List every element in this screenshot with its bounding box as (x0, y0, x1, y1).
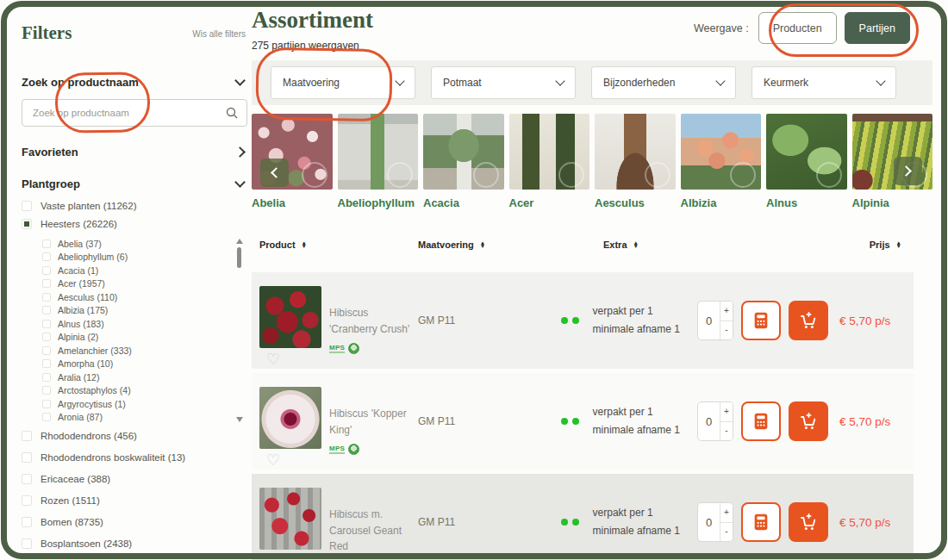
carousel-next-button[interactable] (894, 157, 922, 185)
quantity-decrease-button[interactable]: - (720, 523, 733, 542)
plantgroup-item[interactable]: Rozen (1511) (22, 494, 247, 507)
plantgroup-child-item[interactable]: Acacia (1) (42, 264, 228, 277)
checkbox[interactable] (42, 400, 51, 408)
checkbox[interactable] (22, 201, 32, 211)
plantgroup-item-label: Vaste planten (41, 201, 100, 211)
filter-dropdown[interactable]: Maatvoering (271, 66, 415, 99)
add-to-cart-button[interactable] (789, 301, 828, 340)
plantgroup-item[interactable]: Rhododendrons boskwaliteit (13) (22, 451, 247, 464)
plantgroup-child-item[interactable]: Alpinia (2) (42, 331, 228, 345)
checkbox[interactable] (42, 306, 51, 314)
plantgroup-child-item[interactable]: Amorpha (10) (42, 358, 228, 371)
chevron-down-icon (234, 75, 246, 86)
availability-indicator (561, 317, 579, 324)
filter-dropdown[interactable]: Keurmerk (752, 66, 896, 99)
filter-dropdown[interactable]: Potmaat (431, 66, 576, 99)
category-thumb[interactable]: Albizia (681, 114, 762, 209)
view-partijen-button[interactable]: Partijen (845, 12, 910, 44)
quantity-stepper[interactable]: 0 + - (697, 301, 733, 340)
plantgroup-child-item[interactable]: Arctostaphylos (4) (42, 384, 228, 398)
plantgroup-item-heesters[interactable]: Heesters (26226) (22, 219, 247, 229)
calculator-button[interactable] (741, 401, 781, 441)
calculator-button[interactable] (741, 502, 781, 542)
checkbox-partial[interactable] (22, 219, 32, 229)
category-thumb[interactable]: Acacia (423, 114, 504, 209)
category-thumb[interactable]: Acer (509, 114, 590, 209)
plantgroup-child-item[interactable]: Argyrocytisus (1) (42, 397, 228, 411)
view-producten-button[interactable]: Producten (758, 12, 837, 44)
checkbox[interactable] (22, 474, 32, 484)
checkbox[interactable] (42, 346, 51, 355)
quantity-increase-button[interactable]: + (720, 402, 733, 422)
chevron-right-icon (234, 146, 246, 158)
filter-dropdown[interactable]: Bijzonderheden (591, 66, 736, 99)
plantgroup-item-label: Rhododendrons (41, 431, 111, 441)
checkbox[interactable] (42, 386, 51, 395)
plantgroup-item[interactable]: Bosplantsoen (2438) (22, 537, 247, 551)
plantgroup-section-header[interactable]: Plantgroep (22, 177, 247, 190)
checkbox[interactable] (42, 240, 51, 248)
checkbox[interactable] (22, 538, 32, 549)
sort-icon[interactable]: ▲▼ (896, 241, 901, 249)
checkbox[interactable] (42, 320, 51, 328)
quantity-decrease-button[interactable]: - (720, 422, 733, 441)
favorite-heart-icon[interactable]: ♡ (266, 555, 321, 560)
checkbox[interactable] (42, 373, 51, 382)
search-section-header[interactable]: Zoek op productnaam (22, 76, 247, 89)
plantgroup-child-item[interactable]: Amelanchier (333) (42, 344, 228, 358)
scrollbar-thumb[interactable] (237, 247, 241, 268)
plantgroup-child-item[interactable]: Aralia (12) (42, 370, 228, 384)
favorite-heart-icon[interactable]: ♡ (266, 353, 321, 365)
sort-icon[interactable]: ▲▼ (302, 241, 307, 249)
add-to-cart-button[interactable] (789, 502, 828, 542)
plantgroup-child-item[interactable]: Acer (1957) (42, 277, 228, 291)
plantgroup-item[interactable]: Ericaceae (388) (22, 472, 247, 486)
category-thumb[interactable]: Aesculus (595, 114, 676, 209)
clear-all-filters-link[interactable]: Wis alle filters (192, 29, 246, 39)
category-thumb[interactable]: Abeliophyllum (338, 114, 419, 209)
carousel-prev-button[interactable] (260, 159, 289, 187)
add-to-cart-button[interactable] (789, 401, 828, 441)
quantity-stepper[interactable]: 0 + - (697, 401, 733, 441)
plantgroup-child-item[interactable]: Albizia (175) (42, 304, 228, 318)
checkbox[interactable] (42, 293, 51, 302)
plantgroup-child-item[interactable]: Aronia (87) (42, 411, 228, 425)
sort-icon[interactable]: ▲▼ (480, 241, 485, 249)
plantgroup-item[interactable]: Bomen (8735) (22, 515, 247, 529)
sort-icon[interactable]: ▲▼ (633, 241, 639, 249)
plantgroup-child-item[interactable]: Aesculus (110) (42, 290, 228, 304)
quantity-value[interactable]: 0 (698, 302, 720, 339)
quantity-stepper[interactable]: 0 + - (697, 502, 733, 542)
quantity-increase-button[interactable]: + (720, 503, 733, 523)
checkbox[interactable] (42, 279, 51, 288)
category-thumb[interactable]: Alnus (766, 114, 847, 209)
plantgroup-child-item[interactable]: Abeliophyllum (6) (42, 251, 228, 264)
favorites-label: Favorieten (22, 146, 78, 159)
favorite-heart-icon[interactable]: ♡ (266, 454, 321, 466)
checkbox[interactable] (42, 333, 51, 341)
child-count: (175) (87, 305, 109, 315)
plantgroup-item[interactable]: Vaste planten (11262) (22, 201, 247, 211)
quantity-value[interactable]: 0 (698, 402, 720, 440)
calculator-button[interactable] (741, 301, 781, 340)
checkbox[interactable] (22, 495, 32, 506)
mps-certification-badge: MPS (329, 445, 345, 454)
plantgroup-child-item[interactable]: Alnus (183) (42, 317, 228, 331)
scroll-down-icon[interactable] (236, 417, 243, 422)
quantity-value[interactable]: 0 (698, 503, 720, 541)
scroll-up-icon[interactable] (236, 239, 243, 244)
checkbox[interactable] (22, 431, 32, 441)
checkbox[interactable] (22, 452, 32, 463)
plantgroup-item[interactable]: Rhododendrons (456) (22, 429, 247, 443)
plantgroup-child-item[interactable]: Abelia (37) (42, 237, 228, 251)
checkbox[interactable] (42, 359, 51, 368)
favorites-section-header[interactable]: Favorieten (22, 146, 247, 159)
quantity-decrease-button[interactable]: - (720, 321, 733, 340)
checkbox[interactable] (42, 413, 51, 421)
scrollbar[interactable] (235, 239, 244, 422)
quantity-increase-button[interactable]: + (720, 302, 733, 321)
checkbox[interactable] (42, 266, 51, 275)
product-search-input[interactable] (22, 99, 247, 127)
checkbox[interactable] (42, 252, 51, 261)
checkbox[interactable] (22, 517, 32, 527)
